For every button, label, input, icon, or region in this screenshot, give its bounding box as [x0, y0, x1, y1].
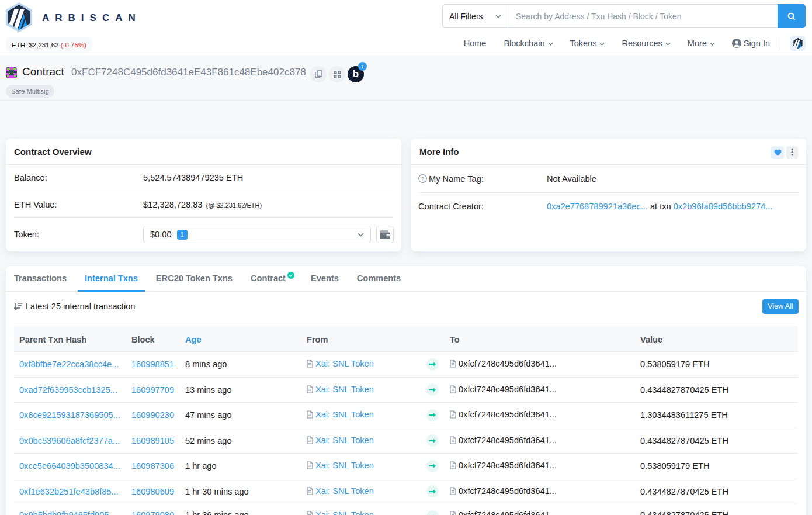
svg-text:?: ? [421, 175, 424, 182]
